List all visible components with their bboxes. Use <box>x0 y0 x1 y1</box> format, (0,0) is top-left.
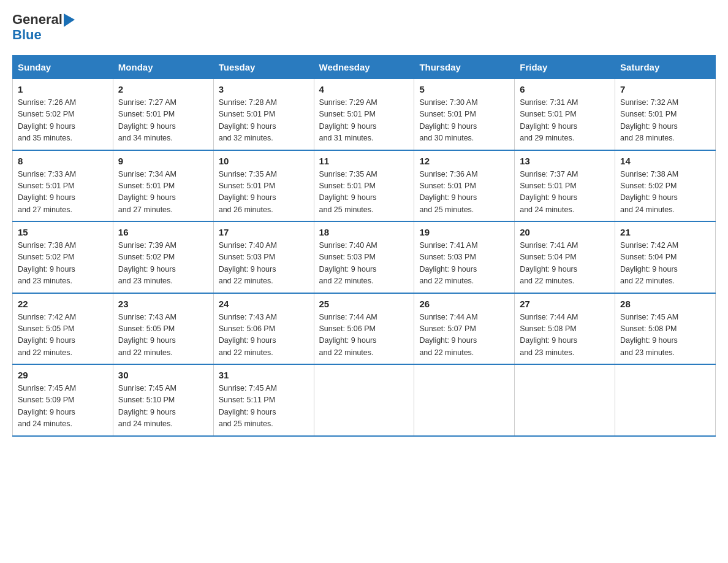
day-info: Sunrise: 7:36 AMSunset: 5:01 PMDaylight:… <box>419 169 509 216</box>
day-info: Sunrise: 7:42 AMSunset: 5:04 PMDaylight:… <box>620 240 710 288</box>
day-info: Sunrise: 7:38 AMSunset: 5:02 PMDaylight:… <box>620 169 710 216</box>
day-number: 20 <box>520 227 610 237</box>
day-info: Sunrise: 7:32 AMSunset: 5:01 PMDaylight:… <box>620 97 710 145</box>
weekday-header-monday: Monday <box>113 56 213 79</box>
day-number: 5 <box>419 84 509 94</box>
calendar-cell <box>314 364 414 436</box>
svg-marker-0 <box>64 13 75 27</box>
day-info: Sunrise: 7:28 AMSunset: 5:01 PMDaylight:… <box>219 97 309 145</box>
day-number: 16 <box>118 227 208 237</box>
day-info: Sunrise: 7:35 AMSunset: 5:01 PMDaylight:… <box>319 169 409 216</box>
calendar-cell: 30 Sunrise: 7:45 AMSunset: 5:10 PMDaylig… <box>113 364 213 436</box>
page-header: General Blue <box>12 12 716 43</box>
day-number: 1 <box>18 84 108 94</box>
day-info: Sunrise: 7:43 AMSunset: 5:05 PMDaylight:… <box>118 312 208 359</box>
calendar-cell: 26 Sunrise: 7:44 AMSunset: 5:07 PMDaylig… <box>414 293 515 365</box>
calendar-cell: 8 Sunrise: 7:33 AMSunset: 5:01 PMDayligh… <box>13 150 113 222</box>
calendar-cell <box>414 364 515 436</box>
logo-text-blue: Blue <box>12 27 42 43</box>
day-number: 15 <box>18 227 108 237</box>
weekday-header-saturday: Saturday <box>615 56 716 79</box>
day-number: 18 <box>319 227 409 237</box>
calendar-cell: 23 Sunrise: 7:43 AMSunset: 5:05 PMDaylig… <box>113 293 213 365</box>
weekday-header-sunday: Sunday <box>13 56 113 79</box>
calendar-cell: 6 Sunrise: 7:31 AMSunset: 5:01 PMDayligh… <box>515 79 615 150</box>
calendar-cell: 11 Sunrise: 7:35 AMSunset: 5:01 PMDaylig… <box>314 150 414 222</box>
day-number: 13 <box>520 156 610 166</box>
day-info: Sunrise: 7:44 AMSunset: 5:07 PMDaylight:… <box>419 312 509 359</box>
logo-text-general: General <box>12 13 63 26</box>
day-info: Sunrise: 7:44 AMSunset: 5:06 PMDaylight:… <box>319 312 409 359</box>
day-info: Sunrise: 7:31 AMSunset: 5:01 PMDaylight:… <box>520 97 610 145</box>
calendar-week-1: 1 Sunrise: 7:26 AMSunset: 5:02 PMDayligh… <box>13 79 716 150</box>
calendar-cell: 29 Sunrise: 7:45 AMSunset: 5:09 PMDaylig… <box>13 364 113 436</box>
calendar-week-2: 8 Sunrise: 7:33 AMSunset: 5:01 PMDayligh… <box>13 150 716 222</box>
calendar-cell: 10 Sunrise: 7:35 AMSunset: 5:01 PMDaylig… <box>213 150 314 222</box>
weekday-header-tuesday: Tuesday <box>213 56 314 79</box>
day-info: Sunrise: 7:27 AMSunset: 5:01 PMDaylight:… <box>118 97 208 145</box>
day-number: 6 <box>520 84 610 94</box>
day-number: 11 <box>319 156 409 166</box>
day-number: 29 <box>18 370 108 380</box>
calendar-cell: 25 Sunrise: 7:44 AMSunset: 5:06 PMDaylig… <box>314 293 414 365</box>
day-info: Sunrise: 7:26 AMSunset: 5:02 PMDaylight:… <box>18 97 108 145</box>
day-number: 28 <box>620 299 710 309</box>
day-number: 24 <box>219 299 309 309</box>
day-number: 19 <box>419 227 509 237</box>
day-number: 12 <box>419 156 509 166</box>
calendar-cell: 15 Sunrise: 7:38 AMSunset: 5:02 PMDaylig… <box>13 221 113 293</box>
day-number: 31 <box>219 370 309 380</box>
calendar-body: 1 Sunrise: 7:26 AMSunset: 5:02 PMDayligh… <box>13 79 716 436</box>
day-info: Sunrise: 7:45 AMSunset: 5:11 PMDaylight:… <box>219 383 309 431</box>
calendar-cell: 24 Sunrise: 7:43 AMSunset: 5:06 PMDaylig… <box>213 293 314 365</box>
calendar-cell <box>515 364 615 436</box>
day-number: 26 <box>419 299 509 309</box>
calendar-cell: 3 Sunrise: 7:28 AMSunset: 5:01 PMDayligh… <box>213 79 314 150</box>
day-number: 30 <box>118 370 208 380</box>
calendar-week-3: 15 Sunrise: 7:38 AMSunset: 5:02 PMDaylig… <box>13 221 716 293</box>
day-info: Sunrise: 7:45 AMSunset: 5:10 PMDaylight:… <box>118 383 208 431</box>
calendar-cell: 18 Sunrise: 7:40 AMSunset: 5:03 PMDaylig… <box>314 221 414 293</box>
day-info: Sunrise: 7:33 AMSunset: 5:01 PMDaylight:… <box>18 169 108 216</box>
day-info: Sunrise: 7:37 AMSunset: 5:01 PMDaylight:… <box>520 169 610 216</box>
day-info: Sunrise: 7:41 AMSunset: 5:03 PMDaylight:… <box>419 240 509 288</box>
calendar-cell: 7 Sunrise: 7:32 AMSunset: 5:01 PMDayligh… <box>615 79 716 150</box>
calendar-cell: 12 Sunrise: 7:36 AMSunset: 5:01 PMDaylig… <box>414 150 515 222</box>
weekday-header-friday: Friday <box>515 56 615 79</box>
day-number: 27 <box>520 299 610 309</box>
calendar-cell: 9 Sunrise: 7:34 AMSunset: 5:01 PMDayligh… <box>113 150 213 222</box>
calendar-header: SundayMondayTuesdayWednesdayThursdayFrid… <box>13 56 716 79</box>
day-info: Sunrise: 7:34 AMSunset: 5:01 PMDaylight:… <box>118 169 208 216</box>
day-number: 2 <box>118 84 208 94</box>
day-info: Sunrise: 7:38 AMSunset: 5:02 PMDaylight:… <box>18 240 108 288</box>
day-number: 14 <box>620 156 710 166</box>
day-info: Sunrise: 7:43 AMSunset: 5:06 PMDaylight:… <box>219 312 309 359</box>
calendar-table: SundayMondayTuesdayWednesdayThursdayFrid… <box>12 55 716 437</box>
calendar-cell: 31 Sunrise: 7:45 AMSunset: 5:11 PMDaylig… <box>213 364 314 436</box>
day-number: 7 <box>620 84 710 94</box>
calendar-cell: 16 Sunrise: 7:39 AMSunset: 5:02 PMDaylig… <box>113 221 213 293</box>
day-number: 9 <box>118 156 208 166</box>
day-number: 3 <box>219 84 309 94</box>
day-number: 4 <box>319 84 409 94</box>
calendar-cell: 13 Sunrise: 7:37 AMSunset: 5:01 PMDaylig… <box>515 150 615 222</box>
weekday-header-wednesday: Wednesday <box>314 56 414 79</box>
calendar-cell: 20 Sunrise: 7:41 AMSunset: 5:04 PMDaylig… <box>515 221 615 293</box>
calendar-cell: 19 Sunrise: 7:41 AMSunset: 5:03 PMDaylig… <box>414 221 515 293</box>
day-info: Sunrise: 7:30 AMSunset: 5:01 PMDaylight:… <box>419 97 509 145</box>
calendar-cell: 14 Sunrise: 7:38 AMSunset: 5:02 PMDaylig… <box>615 150 716 222</box>
day-info: Sunrise: 7:41 AMSunset: 5:04 PMDaylight:… <box>520 240 610 288</box>
calendar-cell <box>615 364 716 436</box>
calendar-cell: 2 Sunrise: 7:27 AMSunset: 5:01 PMDayligh… <box>113 79 213 150</box>
logo: General Blue <box>12 12 75 43</box>
day-number: 23 <box>118 299 208 309</box>
day-number: 22 <box>18 299 108 309</box>
calendar-week-4: 22 Sunrise: 7:42 AMSunset: 5:05 PMDaylig… <box>13 293 716 365</box>
day-number: 25 <box>319 299 409 309</box>
day-info: Sunrise: 7:44 AMSunset: 5:08 PMDaylight:… <box>520 312 610 359</box>
day-info: Sunrise: 7:40 AMSunset: 5:03 PMDaylight:… <box>219 240 309 288</box>
calendar-week-5: 29 Sunrise: 7:45 AMSunset: 5:09 PMDaylig… <box>13 364 716 436</box>
day-info: Sunrise: 7:45 AMSunset: 5:08 PMDaylight:… <box>620 312 710 359</box>
calendar-cell: 22 Sunrise: 7:42 AMSunset: 5:05 PMDaylig… <box>13 293 113 365</box>
day-number: 17 <box>219 227 309 237</box>
